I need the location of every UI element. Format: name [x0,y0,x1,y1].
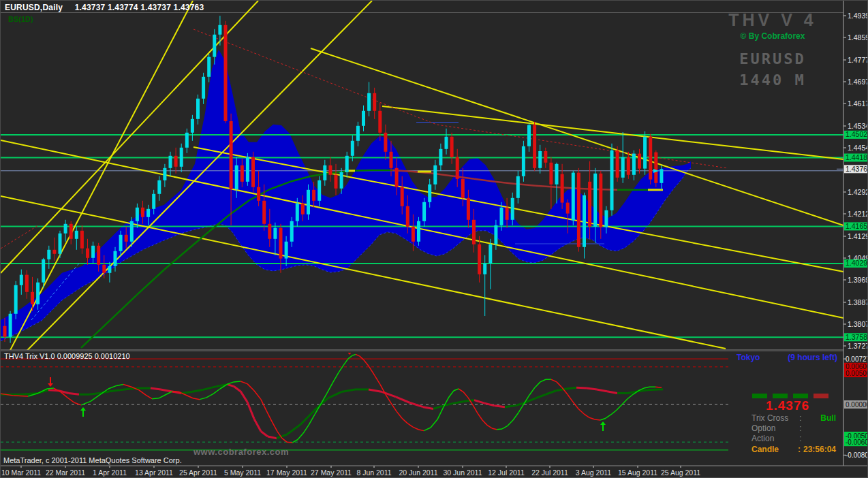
signal-square-3 [793,394,808,398]
action-row: Action : [751,434,836,443]
candle [224,25,228,121]
candle-countdown-row: Candle : 23:56:04 [751,445,836,454]
price-tick-label: 1.39695 [848,276,868,284]
candle [604,210,608,227]
time-tick-label: 30 Jun 2011 [443,468,482,477]
time-tick-label: 25 Aug 2011 [661,468,700,477]
candle [296,204,299,221]
time-tick-label: 10 Mar 2011 [1,468,41,477]
trix-slow-seg [120,389,130,390]
candle [428,185,431,202]
candle [119,235,123,251]
candle [412,227,415,242]
candle [91,246,95,258]
candle [538,151,542,168]
candle [31,292,34,304]
candle-time-value: 23:56:04 [803,445,836,454]
symbol-period-label: EURUSD,Daily [5,3,63,12]
candle [152,194,155,209]
time-tick-label: 3 Aug 2011 [576,468,612,477]
trix-label-text: 0.00500 [846,370,868,377]
candle [439,149,442,165]
price-tick-label: 1.46970 [848,78,868,86]
thv-watermark: THV V 4 © By Cobraforex EURUSD 1440 M [708,10,837,89]
candle [130,221,134,242]
candle [489,244,492,264]
candle [599,174,602,227]
trix-slow-seg [151,388,161,389]
ohlc-quote: 1.43737 1.43774 1.43737 1.43763 [75,3,204,12]
candle [583,195,586,247]
mt4-chart-window: 1.493951.485951.477701.469701.461701.453… [0,0,868,478]
candle [141,208,144,217]
trix-slow-seg [181,392,191,394]
candle [516,176,520,198]
trix-fast-seg [234,381,241,382]
candle [251,157,255,187]
candle [14,285,18,314]
candle [506,208,509,220]
candle [241,165,244,182]
trix-label-text: 0.00000 [846,401,868,409]
candle [317,180,321,201]
level-label-text: 1.45023 [846,130,868,138]
candle [544,151,547,163]
candle [494,225,497,244]
candle [649,137,652,180]
price-tick-label: 1.45345 [848,122,868,130]
level-label-text: 1.40296 [846,259,868,267]
candle [616,150,619,178]
candle [643,137,647,169]
candle [180,148,183,167]
colon: : [796,424,805,433]
watermark-byline: © By Cobraforex [708,31,837,41]
candle [163,168,166,180]
candle [610,150,614,210]
trix-slow-seg [89,393,99,394]
trix-slow-seg [566,387,576,389]
subwindow-title: THV4 Trix V1.0 0.0009925 0.0010210 [4,352,130,360]
price-tick-label: 1.42120 [848,210,868,218]
trix-cross-label: Trix Cross [751,413,796,423]
option-label: Option [751,424,796,433]
candle-label: Candle [751,445,795,454]
candle [500,208,503,225]
candle [390,152,393,168]
candle [114,251,117,266]
signal-square-1 [752,394,767,398]
candle [577,173,580,247]
trix-slow-seg [495,406,505,407]
signal-square-4 [813,394,828,398]
candle [483,264,486,274]
price-tick-label: 1.42920 [848,188,868,196]
candle [555,164,559,185]
candle [522,146,525,176]
candle [136,208,139,221]
candle [52,250,56,254]
time-tick-label: 17 May 2011 [266,468,307,477]
candle [3,326,7,337]
candle [472,220,476,244]
time-tick-label: 22 Jul 2011 [531,468,568,477]
candle [340,172,343,189]
candle [47,250,50,259]
price-tick-label: 1.38870 [848,298,868,306]
trix-fast-seg [287,442,292,443]
candle [9,314,12,337]
candle [367,93,371,111]
price-tick-label: 1.41295 [848,232,868,240]
candle [401,187,404,206]
candle [328,165,332,175]
candle [86,249,89,258]
trix-slow-seg [587,388,597,389]
candle [20,275,23,285]
candle [362,111,365,126]
trix-slow-seg [505,406,515,407]
price-tick-label: 1.38070 [848,320,868,328]
candle [422,202,426,221]
candle [461,179,465,198]
candle [456,157,459,179]
candle [450,137,454,157]
candle [202,77,205,99]
price-tick-label: 1.47770 [848,56,868,64]
